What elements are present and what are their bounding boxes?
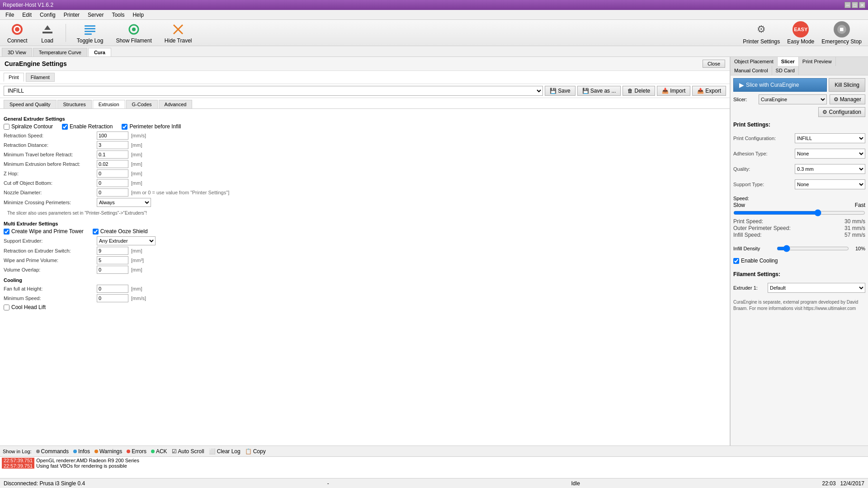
tab-cura[interactable]: Cura [88, 48, 111, 56]
save-button[interactable]: 💾 Save [545, 86, 575, 96]
tab-extrusion[interactable]: Extrusion [93, 100, 125, 108]
tab-structures[interactable]: Structures [57, 100, 92, 108]
svg-point-2 [15, 27, 19, 32]
create-ooze-checkbox[interactable] [93, 229, 99, 235]
retraction-distance-unit: [mm] [131, 142, 154, 148]
create-wipe-checkbox[interactable] [4, 229, 9, 235]
save-as-button[interactable]: 💾 Save as ... [577, 86, 621, 96]
print-filament-tabs: Print Filament [0, 71, 730, 84]
tab-temperature-curve[interactable]: Temperature Curve [33, 48, 87, 56]
easy-mode-button[interactable]: EASY Easy Mode [784, 20, 817, 46]
slice-button[interactable]: ▶ Slice with CuraEngine [733, 78, 827, 92]
errors-button[interactable]: Errors [127, 448, 146, 455]
menu-tools[interactable]: Tools [108, 11, 128, 19]
spiralize-contour-checkbox[interactable] [4, 124, 9, 130]
tab-print-preview[interactable]: Print Preview [799, 57, 836, 66]
extruder1-select[interactable]: Default [768, 283, 865, 293]
tab-manual-control[interactable]: Manual Control [731, 66, 772, 75]
connect-button[interactable]: Connect [4, 20, 31, 46]
slicer-label: Slicer: [733, 97, 756, 102]
configuration-button[interactable]: ⚙ Configuration [818, 107, 865, 117]
tab-speed-quality[interactable]: Speed and Quality [4, 100, 57, 108]
menu-config[interactable]: Config [36, 11, 59, 19]
tab-3d-view[interactable]: 3D View [2, 48, 32, 56]
toggle-log-button[interactable]: Toggle Log [73, 20, 107, 46]
support-type-select[interactable]: None [795, 179, 865, 189]
close-button[interactable]: ✕ [859, 2, 865, 8]
retraction-extruder-switch-input[interactable] [97, 247, 128, 255]
quality-select[interactable]: 0.3 mm [795, 164, 865, 174]
min-extrusion-input[interactable] [97, 160, 128, 168]
retraction-distance-input[interactable] [97, 141, 128, 149]
retraction-speed-input[interactable] [97, 131, 128, 140]
print-config-select[interactable]: INFILL [795, 133, 865, 143]
tab-filament[interactable]: Filament [26, 73, 55, 82]
title-bar: Repetier-Host V1.6.2 ─ □ ✕ [0, 0, 868, 10]
emergency-icon: ⏹ [834, 21, 850, 38]
nozzle-diameter-unit: [mm or 0 = use value from "Printer Setti… [131, 190, 267, 195]
clear-log-button[interactable]: ⬜ Clear Log [209, 448, 241, 455]
menu-printer[interactable]: Printer [60, 11, 83, 19]
speed-section: Speed: Slow Fast Print Speed: 30 mm/s Ou… [733, 196, 865, 239]
volume-overlap-input[interactable] [97, 266, 128, 274]
minimum-speed-input[interactable] [97, 294, 128, 302]
title-bar-controls: ─ □ ✕ [844, 2, 865, 8]
export-icon: 📤 [697, 88, 704, 94]
volume-overlap-row: Volume Overlap: [mm] [4, 266, 726, 274]
infos-button[interactable]: Infos [73, 448, 90, 455]
menu-edit[interactable]: Edit [19, 11, 35, 19]
retraction-speed-label: Retraction Speed: [4, 133, 94, 138]
delete-button[interactable]: 🗑 Delete [623, 86, 655, 96]
commands-button[interactable]: Commands [36, 448, 69, 455]
min-extrusion-unit: [mm] [131, 161, 154, 167]
tab-object-placement[interactable]: Object Placement [731, 57, 778, 66]
infill-density-slider[interactable] [777, 245, 849, 252]
slicer-select[interactable]: CuraEngine [759, 94, 827, 104]
cool-head-lift-checkbox[interactable] [4, 305, 9, 310]
emergency-stop-button[interactable]: ⏹ Emergency Stop [819, 20, 864, 46]
menu-help[interactable]: Help [129, 11, 147, 19]
tab-gcodes[interactable]: G-Codes [126, 100, 158, 108]
fan-full-height-input[interactable] [97, 285, 128, 293]
perimeter-before-infill-checkbox[interactable] [122, 124, 127, 130]
ack-button[interactable]: ACK [151, 448, 167, 455]
hide-travel-button[interactable]: Hide Travel [161, 20, 196, 46]
support-extruder-dropdown[interactable]: Any Extruder [97, 236, 156, 245]
import-button[interactable]: 📥 Import [657, 86, 690, 96]
maximize-button[interactable]: □ [852, 2, 858, 8]
tab-advanced[interactable]: Advanced [159, 100, 193, 108]
tab-sd-card[interactable]: SD Card [772, 66, 799, 75]
config-dropdown[interactable]: INFILL [4, 86, 543, 96]
z-hop-input[interactable] [97, 169, 128, 178]
kill-slicing-button[interactable]: Kill Slicing [829, 78, 865, 92]
printer-settings-button[interactable]: ⚙ Printer Settings [740, 20, 783, 46]
warnings-button[interactable]: Warnings [94, 448, 122, 455]
hide-travel-label: Hide Travel [165, 38, 192, 44]
commands-dot [36, 450, 40, 453]
min-travel-input[interactable] [97, 150, 128, 159]
nozzle-diameter-input[interactable] [97, 188, 128, 197]
enable-cooling-checkbox[interactable] [733, 258, 739, 264]
cut-off-bottom-input[interactable] [97, 179, 128, 187]
wipe-prime-volume-input[interactable] [97, 256, 128, 264]
menu-server[interactable]: Server [84, 11, 107, 19]
auto-scroll-button[interactable]: ☑ Auto Scroll [172, 448, 204, 455]
close-settings-button[interactable]: Close [703, 60, 725, 68]
adhesion-type-select[interactable]: None [795, 149, 865, 159]
minimize-crossings-dropdown[interactable]: Always [97, 198, 151, 207]
minimize-button[interactable]: ─ [844, 2, 851, 8]
show-filament-button[interactable]: Show Filament [112, 20, 155, 46]
tab-slicer[interactable]: Slicer [778, 57, 799, 66]
show-in-log-label: Show in Log: [3, 449, 32, 454]
enable-retraction-checkbox[interactable] [62, 124, 68, 130]
settings-header: CuraEngine Settings Close [0, 57, 730, 71]
save-icon: 💾 [550, 88, 557, 94]
export-button[interactable]: 📤 Export [692, 86, 726, 96]
auto-scroll-icon: ☑ [172, 448, 177, 455]
manager-button[interactable]: ⚙ Manager [830, 94, 865, 104]
tab-print[interactable]: Print [4, 73, 24, 82]
menu-file[interactable]: File [2, 11, 18, 19]
load-button[interactable]: Load [37, 20, 58, 46]
copy-button[interactable]: 📋 Copy [245, 448, 266, 455]
speed-slider[interactable] [733, 209, 865, 216]
